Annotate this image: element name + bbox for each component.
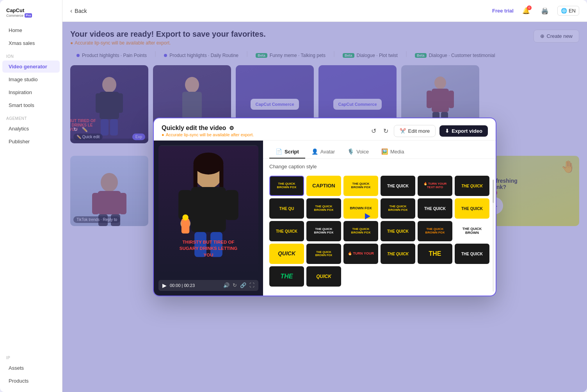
redo-button[interactable]: ↻ [382, 126, 390, 136]
undo-button[interactable]: ↺ [370, 126, 378, 136]
svg-point-33 [182, 214, 188, 220]
caption-item-5[interactable]: THE QUICK [455, 176, 489, 196]
topbar-left: ‹ Back [70, 7, 87, 14]
loop-icon[interactable]: ↻ [233, 282, 237, 288]
caption-item-8[interactable]: brown fox [343, 198, 378, 219]
caption-section: Change caption style [263, 159, 496, 176]
svg-rect-32 [181, 219, 189, 233]
caption-item-23[interactable]: THE QUICK [455, 244, 489, 264]
edit-more-button[interactable]: ✂️ Edit more [394, 125, 436, 137]
caption-item-14[interactable]: THE QUICK BROWN FOX [343, 221, 378, 241]
fullscreen-icon[interactable]: ⛶ [249, 282, 254, 288]
svg-rect-30 [224, 190, 238, 220]
modal-title: Quickly edit the video ⚙ [162, 125, 254, 132]
preview-girl-svg: THIRSTY BUT TIRED OF SUGARY DRINKS LETTI… [158, 145, 258, 277]
caption-item-10[interactable]: THE QUICK [418, 198, 452, 219]
caption-item-18[interactable]: QUICK [269, 244, 304, 264]
logo-name: CapCut [6, 8, 24, 13]
caption-item-17[interactable]: THE QUICK BROWN [455, 221, 489, 241]
svg-text:SUGARY DRINKS LETTING: SUGARY DRINKS LETTING [180, 246, 237, 251]
caption-label: Change caption style [269, 164, 489, 169]
printer-button[interactable]: 🖨️ [539, 5, 551, 17]
sidebar-item-inspiration[interactable]: Inspiration [2, 86, 60, 98]
svg-rect-26 [194, 164, 197, 189]
quick-edit-modal: Quickly edit the video ⚙ ● Accurate lip-… [153, 118, 496, 296]
caption-item-20[interactable]: 🔥 TURN YOUR [343, 244, 378, 264]
caption-item-7[interactable]: THE QUICK BROWN FOX [306, 198, 341, 219]
warning-orange-dot: ● [162, 132, 164, 137]
export-icon: ⬇ [445, 128, 449, 134]
voice-icon: 🎙️ [347, 148, 354, 155]
back-button[interactable]: ‹ Back [70, 7, 87, 14]
cursor-arrow [365, 213, 370, 219]
sidebar-item-image[interactable]: Image studio [2, 73, 60, 86]
caption-item-3[interactable]: THE QUICK [381, 176, 415, 196]
logo-sub: Commerce [6, 14, 23, 18]
topbar: ‹ Back Free trial 🔔 0 🖨️ 🌐 EN [62, 0, 587, 22]
sidebar-item-assets[interactable]: Assets [2, 362, 60, 374]
caption-item-24[interactable]: The [269, 266, 304, 287]
tab-avatar[interactable]: 👤 Avatar [305, 145, 341, 159]
caption-item-11[interactable]: THE QUICK [455, 198, 489, 219]
sidebar-section-management: agement [0, 112, 62, 122]
sidebar-item-xmas[interactable]: Xmas sales [2, 37, 60, 49]
main-content: ‹ Back Free trial 🔔 0 🖨️ 🌐 EN [62, 0, 587, 392]
sidebar-item-video-gen[interactable]: Video generator [2, 61, 60, 73]
sidebar-item-analytics[interactable]: Analytics [2, 123, 60, 135]
notif-badge: 0 [527, 5, 532, 10]
caption-item-15[interactable]: THE QUICK [381, 221, 415, 241]
tab-media[interactable]: 🖼️ Media [375, 145, 410, 159]
preview-controls: ▶ 00:00 | 00:23 🔊 ↻ 🔗 ⛶ [158, 280, 258, 291]
notifications-button[interactable]: 🔔 0 [520, 5, 532, 17]
language-button[interactable]: 🌐 EN [557, 6, 579, 16]
caption-item-16[interactable]: THE QUICK BROWN FOX [418, 221, 452, 241]
caption-item-0[interactable]: THE QUICK BROWN FOX [269, 176, 304, 196]
modal-body: THIRSTY BUT TIRED OF SUGARY DRINKS LETTI… [154, 141, 496, 296]
control-icons: 🔊 ↻ 🔗 ⛶ [223, 282, 254, 288]
topbar-right: Free trial 🔔 0 🖨️ 🌐 EN [492, 5, 579, 17]
modal-header: Quickly edit the video ⚙ ● Accurate lip-… [154, 118, 496, 141]
edit-more-icon: ✂️ [400, 128, 406, 134]
modal-title-area: Quickly edit the video ⚙ ● Accurate lip-… [162, 125, 254, 137]
caption-item-13[interactable]: The quick brown fox [306, 221, 341, 241]
caption-item-22[interactable]: The [418, 244, 452, 264]
video-preview-panel: THIRSTY BUT TIRED OF SUGARY DRINKS LETTI… [154, 141, 263, 296]
scrollbar-thumb [493, 180, 494, 203]
modal-overlay: Quickly edit the video ⚙ ● Accurate lip-… [62, 22, 587, 392]
svg-text:YOU: YOU [204, 253, 213, 257]
caption-item-21[interactable]: THE QUICK [381, 244, 415, 264]
info-icon[interactable]: ⚙ [229, 125, 234, 131]
caption-item-12[interactable]: THE QUICK [269, 221, 304, 241]
caption-item-4[interactable]: 🔥 TURN YOUR TEXT INTO [418, 176, 452, 196]
sidebar-item-smart[interactable]: Smart tools [2, 99, 60, 111]
caption-grid: THE QUICK BROWN FOXCAPTIONTHE QUICK BROW… [263, 176, 496, 291]
lang-label: EN [569, 8, 576, 14]
sidebar-item-publisher[interactable]: Publisher [2, 135, 60, 148]
caption-item-19[interactable]: The quick brown fox [306, 244, 341, 264]
logo-badge: Pro [25, 13, 32, 18]
caption-item-25[interactable]: QUICK [306, 266, 341, 287]
page-content: Your videos are ready! Export to save yo… [62, 22, 587, 392]
tab-script[interactable]: 📄 Script [269, 145, 305, 159]
free-trial-button[interactable]: Free trial [492, 8, 514, 14]
caption-item-1[interactable]: CAPTION [306, 176, 341, 196]
globe-icon: 🌐 [561, 8, 567, 14]
modal-actions: ↺ ↻ ✂️ Edit more ⬇ Export video [370, 125, 488, 137]
caption-item-9[interactable]: THE QUICK BROWN FOX [381, 198, 415, 219]
svg-rect-28 [191, 187, 226, 232]
sidebar-item-home[interactable]: Home [2, 24, 60, 36]
svg-text:THIRSTY BUT TIRED OF: THIRSTY BUT TIRED OF [183, 240, 235, 244]
play-button[interactable]: ▶ [162, 282, 167, 289]
caption-item-2[interactable]: THE QUICK BROWN FOX [343, 176, 378, 196]
volume-icon[interactable]: 🔊 [223, 282, 229, 288]
link-icon[interactable]: 🔗 [240, 282, 246, 288]
back-label: Back [75, 8, 87, 14]
export-video-button[interactable]: ⬇ Export video [439, 125, 488, 137]
sidebar-item-products[interactable]: Products [2, 375, 60, 387]
scrollbar[interactable] [493, 180, 494, 292]
caption-item-6[interactable]: THE QU [269, 198, 304, 219]
sidebar-section-ip: ip [0, 351, 62, 362]
modal-warning: ● Accurate lip-sync will be available af… [162, 132, 254, 137]
tab-voice[interactable]: 🎙️ Voice [341, 145, 375, 159]
svg-point-25 [194, 153, 224, 175]
